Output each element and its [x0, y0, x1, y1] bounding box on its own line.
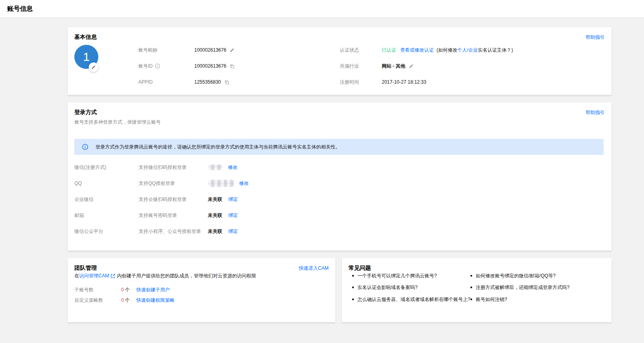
masked-account-value [208, 180, 234, 187]
login-row-wechat-official: 微信公众平台 支持小程序、公众号授权登录 未关联 绑定 [74, 228, 238, 235]
login-method-desc: 支持微信扫码授权登录 [139, 164, 208, 171]
bind-status: 未关联 [208, 212, 222, 219]
regtime-value: 2017-10-27 18:12:33 [382, 79, 426, 85]
team-management-card: 团队管理 快速进入CAM 在 访问管理CAM 内创建子用户提供给您的团队成员，管… [68, 258, 335, 322]
bullet-icon [471, 299, 472, 300]
create-policy-link[interactable]: 快速创建权限策略 [136, 297, 175, 304]
faq-item[interactable]: 实名认证会影响域名备案吗? [352, 284, 418, 291]
copy-icon[interactable] [229, 64, 235, 69]
pencil-icon[interactable] [409, 64, 414, 69]
faq-item[interactable]: 账号如何注销? [471, 296, 507, 303]
svg-text:?: ? [157, 64, 159, 68]
bind-link[interactable]: 绑定 [228, 228, 238, 235]
faq-item[interactable]: 如何修改账号绑定的微信/邮箱/QQ等? [471, 273, 556, 279]
faq-item[interactable]: 注册方式被解绑后，还能绑定成登录方式吗? [471, 284, 570, 291]
masked-account-value [208, 164, 223, 170]
account-id-label-text: 账号ID [138, 63, 153, 70]
faq-item[interactable]: 一个手机号可以绑定几个腾讯云账号? [352, 273, 437, 279]
appid-row: APPID 1255356830 [138, 79, 229, 85]
login-row-wecom: 企业微信 支持企微扫码授权登录 未关联 绑定 [74, 196, 238, 203]
avatar-text: 1 [83, 50, 90, 64]
create-sub-user-link[interactable]: 快速创建子用户 [136, 287, 170, 293]
avatar-edit-button[interactable] [89, 62, 98, 72]
faq-item-text: 如何修改账号绑定的微信/邮箱/QQ等? [476, 273, 556, 279]
account-id-row: 账号ID ? 100002613676 [138, 63, 235, 69]
account-id-value: 100002613676 [194, 63, 226, 69]
login-method-name: 微信公众平台 [74, 228, 139, 235]
custom-policy-stat-row: 自定义策略数 0 个 快速创建权限策略 [74, 297, 175, 303]
login-method-desc: 支持账号密码登录 [139, 212, 208, 219]
sub-account-label: 子账号数 [74, 287, 121, 293]
pencil-icon[interactable] [229, 48, 235, 53]
top-header: 账号信息 [0, 0, 644, 18]
login-method-desc: 支持QQ授权登录 [139, 180, 208, 187]
cam-console-link[interactable]: 访问管理CAM [79, 273, 109, 279]
login-row-wechat: 微信(注册方式) 支持微信扫码授权登录 修改 [74, 164, 237, 171]
faq-item-text: 一个手机号可以绑定几个腾讯云账号? [357, 273, 437, 279]
account-id-label: 账号ID ? [138, 63, 194, 70]
basic-help-link[interactable]: 帮助指引 [586, 34, 605, 41]
faq-item-text: 账号如何注销? [476, 296, 507, 303]
bullet-icon [352, 275, 354, 277]
info-circle-icon [82, 144, 88, 150]
modify-link[interactable]: 修改 [228, 164, 237, 171]
bullet-icon [471, 287, 472, 288]
team-title: 团队管理 [74, 265, 97, 272]
copy-icon[interactable] [224, 80, 229, 85]
login-methods-card: 登录方式 帮助指引 账号支持多种登录方式，便捷管理云账号 登录方式作为登录腾讯云… [68, 102, 612, 251]
industry-row: 所属行业 网站 - 其他 [340, 63, 414, 69]
bind-status: 未关联 [208, 196, 222, 203]
login-help-link[interactable]: 帮助指引 [586, 109, 605, 116]
faq-item[interactable]: 怎么确认云服务器、域名或者域名解析在哪个账号上? [352, 296, 471, 303]
industry-value: 网站 - 其他 [382, 63, 405, 70]
question-circle-icon[interactable]: ? [155, 63, 160, 69]
pencil-icon [91, 65, 96, 70]
login-method-name: 邮箱 [74, 212, 139, 219]
custom-policy-unit: 个 [125, 297, 130, 304]
login-method-name: 企业微信 [74, 196, 139, 203]
login-method-name: QQ [74, 181, 139, 186]
external-link-icon[interactable] [110, 273, 116, 279]
regtime-label: 注册时间 [340, 79, 382, 86]
login-row-email: 邮箱 支持账号密码登录 未关联 绑定 [74, 212, 238, 219]
team-description: 在 访问管理CAM 内创建子用户提供给您的团队成员，管理他们对云资源的访问权限 [74, 273, 256, 279]
bullet-icon [352, 287, 354, 288]
auth-status-label: 认证状态 [340, 47, 382, 54]
bind-link[interactable]: 绑定 [228, 196, 238, 203]
nickname-row: 账号昵称 100002613676 [138, 47, 235, 53]
auth-status-row: 认证状态 已认证 查看或修改认证 (如何修改 个人 / 企业 实名认证主体？) [340, 47, 513, 53]
modify-link[interactable]: 修改 [239, 180, 249, 187]
faq-title: 常见问题 [349, 265, 371, 272]
login-info-banner: 登录方式作为登录腾讯云账号的途径，请确认您所绑定的登录方式的使用主体与当前腾讯云… [74, 139, 604, 155]
login-methods-title: 登录方式 [74, 109, 97, 116]
team-desc-suffix: 内创建子用户提供给您的团队成员，管理他们对云资源的访问权限 [117, 273, 256, 279]
bullet-icon [352, 299, 354, 300]
login-subtitle: 账号支持多种登录方式，便捷管理云账号 [74, 119, 161, 126]
faq-card: 常见问题 一个手机号可以绑定几个腾讯云账号? 实名认证会影响域名备案吗? 怎么确… [342, 258, 612, 322]
industry-label: 所属行业 [340, 63, 382, 70]
enter-cam-link[interactable]: 快速进入CAM [299, 265, 329, 272]
auth-personal-link[interactable]: 个人 [457, 47, 467, 54]
auth-modify-link[interactable]: 查看或修改认证 [400, 47, 434, 54]
appid-label: APPID [138, 79, 194, 85]
bind-status: 未关联 [208, 228, 222, 235]
bind-link[interactable]: 绑定 [228, 212, 238, 219]
auth-paren-prefix: (如何修改 [437, 47, 457, 54]
login-method-desc: 支持企微扫码授权登录 [139, 196, 208, 203]
nickname-value: 100002613676 [194, 47, 226, 53]
basic-info-card: 基本信息 帮助指引 1 账号昵称 100002613676 账号ID ? 100… [68, 27, 612, 95]
sub-account-count: 0 [121, 287, 124, 293]
custom-policy-label: 自定义策略数 [74, 297, 121, 304]
auth-enterprise-link[interactable]: 企业 [468, 47, 478, 54]
login-method-name: 微信(注册方式) [74, 164, 139, 171]
sub-account-unit: 个 [125, 287, 130, 293]
login-row-qq: QQ 支持QQ授权登录 修改 [74, 180, 249, 187]
faq-item-text: 注册方式被解绑后，还能绑定成登录方式吗? [476, 284, 570, 291]
custom-policy-count: 0 [121, 297, 124, 303]
login-banner-text: 登录方式作为登录腾讯云账号的途径，请确认您所绑定的登录方式的使用主体与当前腾讯云… [96, 144, 340, 150]
team-desc-prefix: 在 [74, 273, 79, 279]
appid-value: 1255356830 [194, 79, 221, 85]
faq-item-text: 怎么确认云服务器、域名或者域名解析在哪个账号上? [357, 296, 471, 303]
basic-info-title: 基本信息 [74, 34, 97, 41]
login-method-desc: 支持小程序、公众号授权登录 [139, 228, 208, 235]
